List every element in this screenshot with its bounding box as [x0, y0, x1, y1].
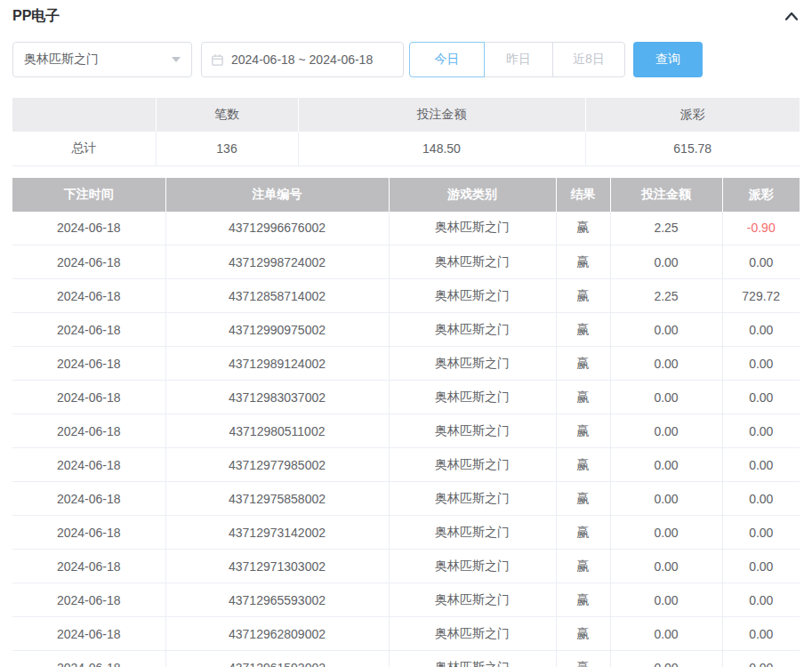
panel-header: PP电子	[12, 7, 800, 25]
cell-bet-time: 2024-06-18	[12, 583, 165, 617]
calendar-icon	[211, 53, 224, 67]
col-header-order-id: 注单编号	[165, 178, 389, 212]
summary-table: 笔数 投注金额 派彩 总计 136 148.50 615.78	[12, 98, 800, 166]
cell-bet-amount: 2.25	[610, 212, 722, 245]
cell-order-id: 43712990975002	[165, 313, 389, 347]
date-range-input[interactable]: 2024-06-18 ~ 2024-06-18	[201, 42, 404, 77]
cell-order-id: 43712983037002	[165, 381, 389, 414]
cell-order-id: 43712975858002	[165, 482, 389, 516]
cell-bet-time: 2024-06-18	[12, 313, 165, 347]
cell-bet-time: 2024-06-18	[12, 482, 165, 516]
cell-payout: 0.00	[722, 651, 800, 667]
cell-payout: 0.00	[722, 414, 800, 448]
cell-order-id: 43712858714002	[165, 279, 389, 313]
cell-order-id: 43712962809002	[165, 617, 389, 651]
col-header-result: 结果	[556, 178, 610, 212]
records-table: 下注时间 注单编号 游戏类别 结果 投注金额 派彩 2024-06-184371…	[12, 178, 800, 667]
table-row: 2024-06-1843712975858002奥林匹斯之门赢0.000.00	[12, 482, 800, 516]
cell-game-type: 奥林匹斯之门	[389, 381, 556, 414]
cell-bet-amount: 0.00	[610, 583, 722, 617]
cell-game-type: 奥林匹斯之门	[389, 583, 556, 617]
cell-bet-amount: 0.00	[610, 414, 722, 448]
cell-bet-time: 2024-06-18	[12, 245, 165, 279]
cell-order-id: 43712965593002	[165, 583, 389, 617]
table-row: 2024-06-1843712989124002奥林匹斯之门赢0.000.00	[12, 347, 800, 381]
table-row: 2024-06-1843712996676002奥林匹斯之门赢2.25-0.90	[12, 212, 800, 245]
cell-payout: 0.00	[722, 516, 800, 550]
col-header-bet-amount: 投注金额	[610, 178, 722, 212]
table-row: 2024-06-1843712983037002奥林匹斯之门赢0.000.00	[12, 381, 800, 414]
cell-order-id: 43712980511002	[165, 414, 389, 448]
cell-bet-time: 2024-06-18	[12, 212, 165, 245]
summary-total-count: 136	[156, 132, 298, 165]
cell-result: 赢	[556, 550, 610, 583]
cell-result: 赢	[556, 583, 610, 617]
cell-result: 赢	[556, 313, 610, 347]
summary-col-count: 笔数	[156, 98, 298, 132]
filter-bar: 奥林匹斯之门 2024-06-18 ~ 2024-06-18 今日 昨日 近8日…	[12, 42, 800, 77]
cell-payout: 0.00	[722, 550, 800, 583]
cell-result: 赢	[556, 279, 610, 313]
cell-bet-amount: 0.00	[610, 313, 722, 347]
cell-order-id: 43712961593002	[165, 651, 389, 667]
game-select-value: 奥林匹斯之门	[24, 52, 99, 68]
col-header-bet-time: 下注时间	[12, 178, 165, 212]
cell-bet-amount: 0.00	[610, 550, 722, 583]
today-button[interactable]: 今日	[409, 42, 485, 77]
game-select[interactable]: 奥林匹斯之门	[12, 42, 192, 77]
cell-result: 赢	[556, 651, 610, 667]
summary-total-label: 总计	[12, 132, 156, 165]
cell-payout: 0.00	[722, 381, 800, 414]
collapse-panel-button[interactable]	[784, 10, 800, 22]
cell-result: 赢	[556, 381, 610, 414]
cell-payout: 0.00	[722, 482, 800, 516]
cell-bet-time: 2024-06-18	[12, 414, 165, 448]
col-header-payout: 派彩	[722, 178, 800, 212]
cell-payout: 729.72	[722, 279, 800, 313]
cell-payout: 0.00	[722, 245, 800, 279]
cell-game-type: 奥林匹斯之门	[389, 550, 556, 583]
cell-game-type: 奥林匹斯之门	[389, 245, 556, 279]
cell-game-type: 奥林匹斯之门	[389, 617, 556, 651]
cell-order-id: 43712998724002	[165, 245, 389, 279]
cell-bet-amount: 0.00	[610, 448, 722, 482]
col-header-game-type: 游戏类别	[389, 178, 556, 212]
cell-result: 赢	[556, 516, 610, 550]
date-range-value: 2024-06-18 ~ 2024-06-18	[231, 52, 373, 67]
cell-result: 赢	[556, 482, 610, 516]
table-row: 2024-06-1843712971303002奥林匹斯之门赢0.000.00	[12, 550, 800, 583]
table-row: 2024-06-1843712965593002奥林匹斯之门赢0.000.00	[12, 583, 800, 617]
cell-game-type: 奥林匹斯之门	[389, 414, 556, 448]
table-row: 2024-06-1843712998724002奥林匹斯之门赢0.000.00	[12, 245, 800, 279]
cell-bet-amount: 2.25	[610, 279, 722, 313]
chevron-up-icon	[784, 12, 800, 25]
cell-payout: 0.00	[722, 313, 800, 347]
cell-bet-time: 2024-06-18	[12, 651, 165, 667]
records-header-row: 下注时间 注单编号 游戏类别 结果 投注金额 派彩	[12, 178, 800, 212]
table-row: 2024-06-1843712977985002奥林匹斯之门赢0.000.00	[12, 448, 800, 482]
cell-bet-time: 2024-06-18	[12, 448, 165, 482]
cell-order-id: 43712989124002	[165, 347, 389, 381]
search-button[interactable]: 查询	[633, 42, 703, 77]
cell-order-id: 43712971303002	[165, 550, 389, 583]
quick-date-button-group: 今日 昨日 近8日	[409, 42, 625, 77]
table-row: 2024-06-1843712962809002奥林匹斯之门赢0.000.00	[12, 617, 800, 651]
table-row: 2024-06-1843712973142002奥林匹斯之门赢0.000.00	[12, 516, 800, 550]
last-8-days-button[interactable]: 近8日	[552, 42, 625, 77]
table-row: 2024-06-1843712990975002奥林匹斯之门赢0.000.00	[12, 313, 800, 347]
cell-bet-time: 2024-06-18	[12, 279, 165, 313]
page-title: PP电子	[12, 7, 60, 26]
cell-bet-time: 2024-06-18	[12, 617, 165, 651]
pp-electronic-panel: PP电子 奥林匹斯之门 2024-06-18 ~ 2024-06-18	[0, 0, 812, 667]
cell-payout: -0.90	[722, 212, 800, 245]
table-row: 2024-06-1843712961593002奥林匹斯之门赢0.000.00	[12, 651, 800, 667]
cell-result: 赢	[556, 212, 610, 245]
summary-header-row: 笔数 投注金额 派彩	[12, 98, 800, 132]
cell-game-type: 奥林匹斯之门	[389, 651, 556, 667]
cell-game-type: 奥林匹斯之门	[389, 313, 556, 347]
yesterday-button[interactable]: 昨日	[484, 42, 553, 77]
cell-result: 赢	[556, 617, 610, 651]
table-row: 2024-06-1843712980511002奥林匹斯之门赢0.000.00	[12, 414, 800, 448]
cell-bet-amount: 0.00	[610, 651, 722, 667]
cell-game-type: 奥林匹斯之门	[389, 516, 556, 550]
